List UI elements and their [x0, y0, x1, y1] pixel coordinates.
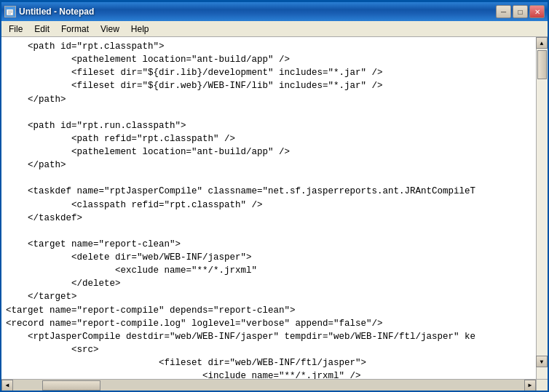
text-editor[interactable]: <path id="rpt.classpath"> <pathelement l…: [1, 37, 548, 391]
scroll-thumb-horizontal[interactable]: [42, 380, 100, 391]
scroll-down-button[interactable]: ▼: [536, 356, 548, 367]
scroll-track-horizontal[interactable]: [13, 380, 524, 391]
svg-rect-1: [7, 7, 13, 9]
scroll-up-button[interactable]: ▲: [536, 37, 548, 49]
window-controls: ─ □ ✕: [496, 5, 545, 18]
scrollbar-corner: [536, 379, 548, 391]
scroll-right-button[interactable]: ▶: [524, 380, 536, 391]
scroll-left-button[interactable]: ◀: [1, 380, 13, 391]
app-icon: [4, 6, 16, 17]
main-window: Untitled - Notepad ─ □ ✕ File Edit Forma…: [0, 0, 549, 392]
window-title: Untitled - Notepad: [19, 7, 94, 17]
title-bar-left: Untitled - Notepad: [4, 6, 94, 17]
horizontal-scrollbar[interactable]: ◀ ▶: [1, 379, 536, 391]
menu-help[interactable]: Help: [125, 23, 155, 36]
title-bar: Untitled - Notepad ─ □ ✕: [1, 2, 548, 21]
menu-file[interactable]: File: [3, 23, 28, 36]
vertical-scrollbar[interactable]: ▲ ▼: [536, 37, 548, 379]
menu-edit[interactable]: Edit: [28, 23, 55, 36]
scroll-thumb-vertical[interactable]: [537, 50, 547, 79]
restore-button[interactable]: □: [513, 5, 528, 18]
menu-view[interactable]: View: [95, 23, 125, 36]
menu-bar: File Edit Format View Help: [1, 21, 548, 37]
editor-area: <path id="rpt.classpath"> <pathelement l…: [1, 37, 548, 391]
close-button[interactable]: ✕: [529, 5, 545, 18]
minimize-button[interactable]: ─: [496, 5, 511, 18]
menu-format[interactable]: Format: [55, 23, 95, 36]
